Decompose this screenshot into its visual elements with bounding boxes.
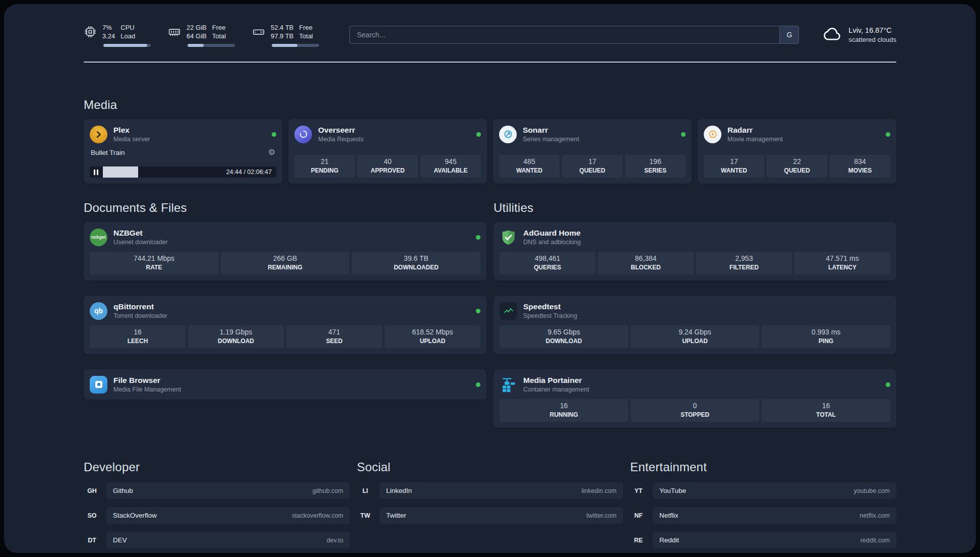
stat-leech: 16 LEECH [90,325,186,348]
qbittorrent-icon: qb [90,302,107,320]
gear-icon[interactable]: ⚙ [268,148,275,156]
weather-widget: Lviv, 16.87°C scattered clouds [822,25,896,45]
speedtest-icon [500,302,517,320]
link-youtube[interactable]: YT YouTube youtube.com [630,482,896,499]
app-subtitle: DNS and adblocking [523,239,581,246]
link-linkedin[interactable]: LI LinkedIn linkedin.com [357,482,623,499]
plex-now-playing-title: Bullet Train [91,149,125,156]
search-engine-button[interactable]: G [779,26,799,43]
stat-wanted: 485 WANTED [499,155,560,178]
link-stackoverflow[interactable]: SO StackOverflow stackoverflow.com [84,507,350,524]
section-utilities: Utilities AdGuard Home [494,201,896,428]
app-name: Radarr [727,125,783,135]
dashboard-page: 7% 3.24 CPU Load [4,4,976,553]
status-dot [886,132,890,137]
memory-progressbar [188,44,235,47]
link-pill: Github github.com [106,482,350,499]
stat-running: 16 RUNNING [500,399,628,422]
cpu-icon [84,25,97,38]
app-name: Plex [113,125,150,135]
plex-player-bar[interactable]: 24:44 / 02:06:47 [90,166,276,178]
app-card-filebrowser[interactable]: File Browser Media File Management [84,369,486,400]
link-pill: LinkedIn linkedin.com [380,482,623,499]
plex-progress-fill [103,166,138,178]
stat-queued: 17 QUEUED [562,155,623,178]
storage-free-label: Free [299,23,313,32]
app-subtitle: Media server [113,136,150,143]
app-subtitle: Speedtest Tracking [523,312,577,320]
section-entertainment: Entertainment YT YouTube youtube.com NF … [630,460,896,548]
app-card-radarr[interactable]: Radarr Movie management 17 WANTED 22 QUE… [698,119,896,184]
app-name: Speedtest [523,302,577,311]
app-card-portainer[interactable]: Media Portainer Container management 16 … [494,369,896,428]
dev-icon: DT [84,532,100,548]
memory-icon [168,25,181,38]
netflix-icon: NF [630,507,647,524]
section-heading-documents: Documents & Files [84,201,486,215]
app-card-qbittorrent[interactable]: qb qBittorrent Torrent downloader 16 LEE… [84,296,486,354]
stat-queries: 498,461 QUERIES [500,252,595,274]
app-card-sonarr[interactable]: Sonarr Series management 485 WANTED 17 Q… [493,119,692,184]
app-card-adguard[interactable]: AdGuard Home DNS and adblocking 498,461 … [494,222,896,281]
linkedin-icon: LI [357,482,374,499]
stat-series: 196 SERIES [625,155,686,178]
stat-remaining: 266 GB REMAINING [221,252,349,274]
storage-free-value: 52.4 TB [271,23,293,32]
status-dot [476,235,480,240]
status-dot [681,132,686,137]
app-subtitle: Media File Management [113,386,181,394]
stat-download: 1.19 Gbps DOWNLOAD [188,325,284,348]
portainer-icon [500,376,517,394]
app-card-plex[interactable]: Plex Media server Bullet Train ⚙ 24:44 /… [84,119,282,184]
memory-total-label: Total [212,32,226,40]
app-subtitle: Movie management [727,136,783,143]
link-netflix[interactable]: NF Netflix netflix.com [630,507,896,524]
link-reddit[interactable]: RE Reddit reddit.com [630,532,896,548]
stat-ping: 0.993 ms PING [762,325,890,348]
app-name: NZBGet [113,228,168,238]
storage-total-value: 97.9 TB [271,32,293,40]
cpu-label: CPU [120,23,135,32]
app-subtitle: Series management [523,136,579,143]
app-name: Overseerr [318,125,363,135]
status-dot [476,382,480,387]
app-name: File Browser [113,375,181,385]
app-subtitle: Usenet downloader [113,239,168,246]
search-input[interactable] [349,26,799,44]
cpu-load-value: 3.24 [102,32,115,40]
stat-upload: 9.24 Gbps UPLOAD [631,325,759,348]
link-dev[interactable]: DT DEV dev.to [84,532,350,548]
stat-approved: 40 APPROVED [357,155,418,178]
app-subtitle: Media Requests [318,136,363,143]
stat-available: 945 AVAILABLE [420,155,481,178]
app-name: AdGuard Home [523,228,581,238]
memory-progress-fill [188,44,204,47]
twitter-icon: TW [357,507,374,524]
cpu-progress-fill [103,44,147,47]
app-name: qBittorrent [113,302,167,311]
nzbget-icon: nzbget [90,229,107,246]
radarr-icon [704,126,721,143]
app-card-nzbget[interactable]: nzbget NZBGet Usenet downloader 744.21 M… [84,222,486,281]
status-dot [272,132,276,137]
github-icon: GH [84,482,100,499]
link-twitter[interactable]: TW Twitter twitter.com [357,507,623,524]
link-pill: Reddit reddit.com [653,532,896,548]
overseerr-icon [294,126,312,143]
pause-button[interactable] [94,170,98,175]
storage-progressbar [272,44,319,47]
section-documents: Documents & Files nzbget NZBGet Usenet d… [84,201,486,400]
weather-location: Lviv, 16.87°C [848,26,896,34]
app-name: Media Portainer [523,375,589,385]
app-card-overseerr[interactable]: Overseerr Media Requests 21 PENDING 40 A… [288,119,487,184]
cpu-progressbar [103,44,151,47]
system-stat-cpu: 7% 3.24 CPU Load [84,23,151,47]
memory-free-label: Free [212,23,226,32]
filebrowser-icon [90,376,107,394]
app-card-speedtest[interactable]: Speedtest Speedtest Tracking 9.65 Gbps D… [494,296,896,354]
topbar: 7% 3.24 CPU Load [84,21,896,48]
stat-latency: 47.571 ms LATENCY [794,252,890,274]
link-github[interactable]: GH Github github.com [84,482,350,499]
link-pill: YouTube youtube.com [653,482,896,499]
section-heading-media: Media [84,98,896,112]
